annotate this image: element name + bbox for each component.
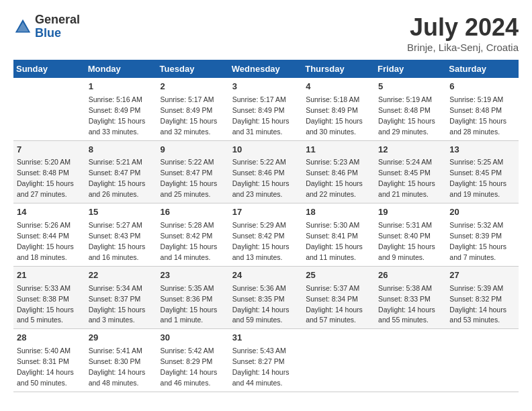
day-number: 5 [378,81,443,93]
day-number: 26 [378,269,443,282]
day-number: 30 [161,332,226,345]
day-info: Sunrise: 5:18 AM Sunset: 8:49 PM Dayligh… [306,95,363,136]
calendar-cell: 14Sunrise: 5:26 AM Sunset: 8:44 PM Dayli… [13,203,85,267]
day-info: Sunrise: 5:21 AM Sunset: 8:47 PM Dayligh… [89,158,146,198]
day-info: Sunrise: 5:19 AM Sunset: 8:48 PM Dayligh… [449,95,506,136]
day-header-wednesday: Wednesday [229,60,302,78]
day-number: 25 [306,269,371,282]
day-info: Sunrise: 5:17 AM Sunset: 8:49 PM Dayligh… [232,95,290,136]
day-header-saturday: Saturday [446,60,519,78]
calendar-cell: 9Sunrise: 5:22 AM Sunset: 8:47 PM Daylig… [157,140,229,203]
calendar-cell: 17Sunrise: 5:29 AM Sunset: 8:42 PM Dayli… [229,203,302,267]
title-area: July 2024 Brinje, Lika-Senj, Croatia [407,13,519,53]
day-number: 31 [232,332,299,345]
logo-general-text: General [35,13,80,26]
day-number: 28 [17,332,82,345]
calendar-cell: 7Sunrise: 5:20 AM Sunset: 8:48 PM Daylig… [13,140,85,203]
calendar-cell: 3Sunrise: 5:17 AM Sunset: 8:49 PM Daylig… [229,78,302,140]
week-row-1: 1Sunrise: 5:16 AM Sunset: 8:49 PM Daylig… [13,78,519,140]
calendar-cell: 20Sunrise: 5:32 AM Sunset: 8:39 PM Dayli… [446,203,519,267]
day-number: 17 [232,206,299,219]
calendar-cell [375,329,446,392]
day-info: Sunrise: 5:33 AM Sunset: 8:38 PM Dayligh… [17,284,74,324]
logo-blue-text: Blue [35,26,61,40]
day-number: 16 [161,206,226,219]
day-number: 8 [89,144,154,156]
day-info: Sunrise: 5:24 AM Sunset: 8:45 PM Dayligh… [378,158,435,198]
calendar-cell: 24Sunrise: 5:36 AM Sunset: 8:35 PM Dayli… [229,266,302,329]
calendar-cell: 21Sunrise: 5:33 AM Sunset: 8:38 PM Dayli… [13,266,85,329]
day-number: 18 [306,206,371,219]
calendar-cell [446,329,519,392]
day-info: Sunrise: 5:40 AM Sunset: 8:31 PM Dayligh… [17,347,74,387]
calendar-cell: 5Sunrise: 5:19 AM Sunset: 8:48 PM Daylig… [375,78,446,140]
calendar-cell [13,78,85,140]
day-number: 9 [161,144,226,156]
week-row-2: 7Sunrise: 5:20 AM Sunset: 8:48 PM Daylig… [13,140,519,203]
calendar-cell: 16Sunrise: 5:28 AM Sunset: 8:42 PM Dayli… [157,203,229,267]
day-info: Sunrise: 5:20 AM Sunset: 8:48 PM Dayligh… [17,158,74,198]
calendar-cell: 25Sunrise: 5:37 AM Sunset: 8:34 PM Dayli… [302,266,375,329]
day-info: Sunrise: 5:30 AM Sunset: 8:41 PM Dayligh… [306,221,363,261]
header: General Blue July 2024 Brinje, Lika-Senj… [13,13,519,53]
month-title: July 2024 [407,13,519,42]
calendar-cell: 31Sunrise: 5:43 AM Sunset: 8:27 PM Dayli… [229,329,302,392]
day-info: Sunrise: 5:28 AM Sunset: 8:42 PM Dayligh… [161,221,218,261]
day-number: 19 [378,206,443,219]
day-number: 7 [17,144,82,156]
day-info: Sunrise: 5:26 AM Sunset: 8:44 PM Dayligh… [17,221,74,261]
logo-icon [13,17,32,36]
week-row-5: 28Sunrise: 5:40 AM Sunset: 8:31 PM Dayli… [13,329,519,392]
day-number: 10 [232,144,299,156]
day-number: 15 [89,206,154,219]
day-number: 6 [449,81,515,93]
day-info: Sunrise: 5:25 AM Sunset: 8:45 PM Dayligh… [449,158,506,198]
day-info: Sunrise: 5:23 AM Sunset: 8:46 PM Dayligh… [306,158,363,198]
day-number: 24 [232,269,299,282]
day-number: 1 [89,81,154,93]
day-number: 29 [89,332,154,345]
calendar-table: SundayMondayTuesdayWednesdayThursdayFrid… [13,60,519,392]
calendar-cell: 4Sunrise: 5:18 AM Sunset: 8:49 PM Daylig… [302,78,375,140]
logo: General Blue [13,13,80,40]
day-header-friday: Friday [375,60,446,78]
day-info: Sunrise: 5:34 AM Sunset: 8:37 PM Dayligh… [89,284,146,324]
calendar-cell: 11Sunrise: 5:23 AM Sunset: 8:46 PM Dayli… [302,140,375,203]
calendar-cell: 6Sunrise: 5:19 AM Sunset: 8:48 PM Daylig… [446,78,519,140]
day-info: Sunrise: 5:31 AM Sunset: 8:40 PM Dayligh… [378,221,435,261]
week-row-3: 14Sunrise: 5:26 AM Sunset: 8:44 PM Dayli… [13,203,519,267]
day-info: Sunrise: 5:19 AM Sunset: 8:48 PM Dayligh… [378,95,435,136]
calendar-cell: 1Sunrise: 5:16 AM Sunset: 8:49 PM Daylig… [85,78,157,140]
calendar-cell: 12Sunrise: 5:24 AM Sunset: 8:45 PM Dayli… [375,140,446,203]
logo-text: General Blue [35,13,80,40]
day-info: Sunrise: 5:32 AM Sunset: 8:39 PM Dayligh… [449,221,506,261]
calendar-cell: 26Sunrise: 5:38 AM Sunset: 8:33 PM Dayli… [375,266,446,329]
day-info: Sunrise: 5:37 AM Sunset: 8:34 PM Dayligh… [306,284,363,324]
calendar-cell: 10Sunrise: 5:22 AM Sunset: 8:46 PM Dayli… [229,140,302,203]
day-number: 13 [449,144,515,156]
calendar-cell: 8Sunrise: 5:21 AM Sunset: 8:47 PM Daylig… [85,140,157,203]
day-info: Sunrise: 5:35 AM Sunset: 8:36 PM Dayligh… [161,284,218,324]
day-number: 11 [306,144,371,156]
week-row-4: 21Sunrise: 5:33 AM Sunset: 8:38 PM Dayli… [13,266,519,329]
day-info: Sunrise: 5:39 AM Sunset: 8:32 PM Dayligh… [449,284,506,324]
calendar-cell: 22Sunrise: 5:34 AM Sunset: 8:37 PM Dayli… [85,266,157,329]
day-header-tuesday: Tuesday [157,60,229,78]
day-info: Sunrise: 5:36 AM Sunset: 8:35 PM Dayligh… [232,284,290,324]
day-info: Sunrise: 5:29 AM Sunset: 8:42 PM Dayligh… [232,221,290,261]
day-info: Sunrise: 5:16 AM Sunset: 8:49 PM Dayligh… [89,95,146,136]
day-header-sunday: Sunday [13,60,85,78]
day-number: 3 [232,81,299,93]
calendar-cell: 15Sunrise: 5:27 AM Sunset: 8:43 PM Dayli… [85,203,157,267]
calendar-cell: 23Sunrise: 5:35 AM Sunset: 8:36 PM Dayli… [157,266,229,329]
day-number: 23 [161,269,226,282]
day-number: 4 [306,81,371,93]
day-number: 2 [161,81,226,93]
day-header-thursday: Thursday [302,60,375,78]
calendar-cell: 18Sunrise: 5:30 AM Sunset: 8:41 PM Dayli… [302,203,375,267]
calendar-cell: 30Sunrise: 5:42 AM Sunset: 8:29 PM Dayli… [157,329,229,392]
day-number: 27 [449,269,515,282]
day-number: 22 [89,269,154,282]
day-info: Sunrise: 5:22 AM Sunset: 8:46 PM Dayligh… [232,158,290,198]
day-info: Sunrise: 5:22 AM Sunset: 8:47 PM Dayligh… [161,158,218,198]
